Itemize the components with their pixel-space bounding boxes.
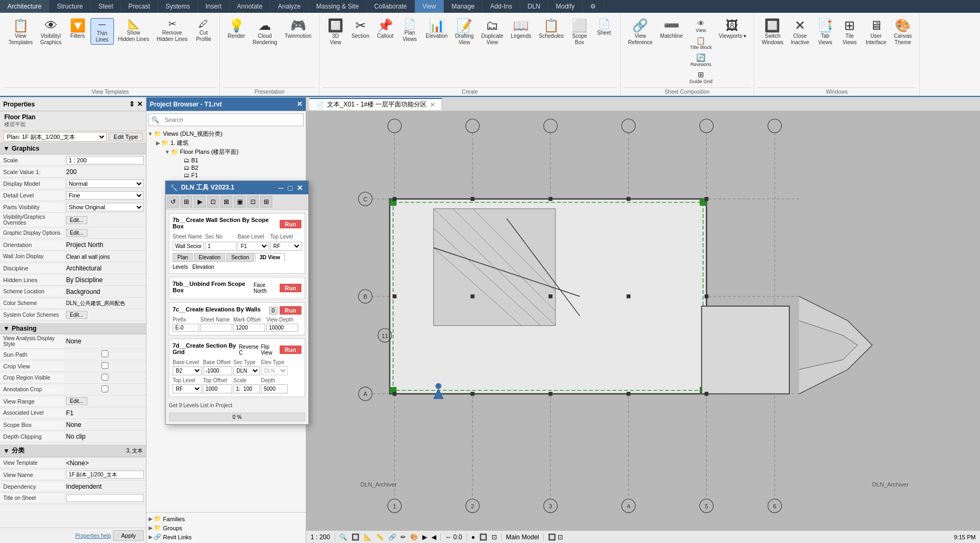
tree-architecture-item[interactable]: ▶ 📁 1. 建筑 bbox=[148, 138, 305, 147]
sheet-name-7c-input[interactable] bbox=[200, 324, 232, 332]
view-name-input[interactable] bbox=[66, 471, 144, 479]
base-offset-input[interactable] bbox=[203, 366, 232, 375]
plan-tab[interactable]: Plan bbox=[173, 253, 193, 262]
title-block-button[interactable]: 📋Title Block bbox=[687, 35, 715, 51]
parts-visibility-select[interactable]: Show Original bbox=[66, 203, 144, 211]
elevation-button[interactable]: 📊 Elevation bbox=[422, 18, 451, 40]
base-level-7d-select[interactable]: B2 bbox=[173, 366, 202, 375]
scale-input[interactable] bbox=[66, 156, 144, 164]
dln-maximize-btn[interactable]: □ bbox=[287, 184, 293, 192]
close-inactive-button[interactable]: ✕ CloseInactive bbox=[788, 18, 812, 47]
browser-close-icon[interactable]: ✕ bbox=[297, 100, 303, 108]
ribbon-tab--[interactable]: ⚙ bbox=[583, 0, 604, 13]
sheet-name-input[interactable] bbox=[173, 242, 204, 251]
annotation-crop-checkbox[interactable] bbox=[66, 385, 144, 392]
dln-tool-grid2[interactable]: ⊞ bbox=[260, 196, 272, 208]
status-icon6[interactable]: ✏ bbox=[401, 533, 406, 541]
revit-links-expand-icon[interactable]: ▶ bbox=[149, 534, 153, 540]
groups-item[interactable]: ▶ 📁 Groups bbox=[149, 524, 304, 532]
tree-floor-plans-item[interactable]: ▼ 📁 Floor Plans (楼层平面) bbox=[148, 147, 305, 157]
tree-root-item[interactable]: ▼ 📁 Views (DLN_视图分类) bbox=[148, 129, 305, 138]
dln-tool-box2[interactable]: ⊠ bbox=[220, 196, 232, 208]
status-worksets-icon2[interactable]: 🔲 bbox=[479, 533, 487, 541]
filters-button[interactable]: 🔽 Filters bbox=[66, 18, 89, 40]
canvas-theme-button[interactable]: 🎨 CanvasTheme bbox=[891, 18, 915, 47]
prefix-input[interactable] bbox=[173, 324, 199, 332]
status-icon3[interactable]: 📐 bbox=[364, 533, 372, 541]
mark-offset-input[interactable] bbox=[233, 324, 265, 332]
arch-expand-icon[interactable]: ▶ bbox=[156, 140, 160, 146]
switch-windows-button[interactable]: 🔲 SwitchWindows bbox=[758, 18, 787, 47]
families-item[interactable]: ▶ 📁 Families bbox=[149, 515, 304, 523]
visibility-graphics-button[interactable]: 👁 Visibility/Graphics bbox=[37, 18, 65, 47]
status-worksets-icon3[interactable]: ⊡ bbox=[492, 533, 497, 541]
properties-help-link[interactable]: Properties help bbox=[75, 533, 111, 539]
dln-tool-refresh[interactable]: ↺ bbox=[167, 196, 179, 208]
status-icon5[interactable]: 🔗 bbox=[388, 533, 396, 541]
system-color-edit-button[interactable]: Edit... bbox=[66, 311, 87, 319]
status-icon9[interactable]: ◀ bbox=[431, 533, 436, 541]
schedules-button[interactable]: 📋 Schedules bbox=[535, 18, 567, 40]
dln-close-btn[interactable]: ✕ bbox=[296, 184, 304, 192]
guide-grid-button[interactable]: ⊞Guide Grid bbox=[687, 69, 715, 85]
display-model-select[interactable]: Normal bbox=[66, 179, 144, 188]
status-icon4[interactable]: 📏 bbox=[376, 533, 384, 541]
tree-b1-item[interactable]: 🗂 B1 bbox=[148, 157, 305, 164]
base-level-select[interactable]: F1 bbox=[238, 242, 269, 251]
thin-lines-button[interactable]: ─ ThinLines bbox=[91, 18, 114, 45]
show-hidden-button[interactable]: 📐 ShowHidden Lines bbox=[115, 18, 152, 44]
ribbon-tab-modify[interactable]: Modify bbox=[549, 0, 583, 13]
dln-tool-grid[interactable]: ⊞ bbox=[181, 196, 192, 208]
run-7b-button[interactable]: Run bbox=[280, 220, 301, 228]
dln-tool-box4[interactable]: ⊡ bbox=[247, 196, 259, 208]
drafting-view-button[interactable]: 📝 DraftingView bbox=[452, 18, 477, 47]
browser-search-input[interactable] bbox=[161, 115, 301, 125]
ribbon-tab-add-ins[interactable]: Add-Ins bbox=[483, 0, 520, 13]
tree-b2-item[interactable]: 🗂 B2 bbox=[148, 164, 305, 171]
vg-overrides-edit-button[interactable]: Edit... bbox=[66, 216, 87, 224]
duplicate-view-button[interactable]: 🗂 DuplicateView bbox=[478, 18, 507, 47]
tab-views-button[interactable]: 📑 TabViews bbox=[813, 18, 837, 47]
view-reference-button[interactable]: 🔗 ViewReference bbox=[625, 18, 656, 47]
status-icon1[interactable]: 🔍 bbox=[339, 533, 347, 541]
render-button[interactable]: 💡 Render bbox=[224, 18, 248, 40]
view-button[interactable]: 👁View bbox=[687, 18, 715, 34]
view-templates-button[interactable]: 📋 View Templates bbox=[5, 18, 36, 47]
top-level-7d-select[interactable]: RF bbox=[173, 384, 202, 393]
run-7c-button[interactable]: Run bbox=[280, 306, 301, 315]
scope-box-button[interactable]: ⬜ ScopeBox bbox=[568, 18, 591, 47]
type-selector[interactable]: Plan: 1F 副本_1/200_文本 bbox=[3, 132, 107, 142]
status-icon8[interactable]: ▶ bbox=[422, 533, 427, 541]
families-expand-icon[interactable]: ▶ bbox=[149, 516, 153, 522]
sec-type-select[interactable]: DLN bbox=[233, 366, 260, 375]
ribbon-tab-systems[interactable]: Systems bbox=[158, 0, 198, 13]
canvas-tab-active[interactable]: 📄 文本_X01 - 1#楼 一层平面功能分区 ✕ bbox=[309, 98, 442, 110]
ribbon-tab-view[interactable]: View bbox=[415, 0, 444, 13]
section-button[interactable]: ✂ Section bbox=[348, 18, 372, 40]
sec-no-input[interactable] bbox=[205, 242, 236, 251]
status-icon7[interactable]: 🎨 bbox=[410, 533, 418, 541]
section-tab[interactable]: Section bbox=[226, 253, 254, 262]
legends-button[interactable]: 📖 Legends bbox=[508, 18, 534, 40]
properties-close-icon[interactable]: ✕ bbox=[137, 100, 143, 108]
top-level-select[interactable]: RF bbox=[270, 242, 301, 251]
view-depth-input[interactable] bbox=[266, 324, 298, 332]
ribbon-tab-massing---site[interactable]: Massing & Site bbox=[309, 0, 367, 13]
run-7bb-button[interactable]: Run bbox=[280, 284, 301, 292]
graphic-display-edit-button[interactable]: Edit... bbox=[66, 229, 87, 237]
depth-7d-input[interactable] bbox=[261, 384, 288, 393]
crop-view-checkbox[interactable] bbox=[66, 362, 144, 369]
ribbon-tab-structure[interactable]: Structure bbox=[50, 0, 91, 13]
ribbon-tab-manage[interactable]: Manage bbox=[444, 0, 483, 13]
top-offset-input[interactable] bbox=[203, 384, 232, 393]
twinmotion-button[interactable]: 🎮 Twinmotion bbox=[281, 18, 315, 40]
properties-resize-icon[interactable]: ⇕ bbox=[129, 100, 135, 108]
dln-tool-box1[interactable]: ⊡ bbox=[207, 196, 219, 208]
3d-view-button[interactable]: 🔲 3DView bbox=[324, 18, 347, 47]
sheet-button[interactable]: 📄 Sheet bbox=[592, 18, 616, 37]
ribbon-tab-collaborate[interactable]: Collaborate bbox=[367, 0, 415, 13]
ribbon-tab-steel[interactable]: Steel bbox=[91, 0, 121, 13]
ribbon-tab-analyze[interactable]: Analyze bbox=[271, 0, 309, 13]
run-7d-button[interactable]: Run bbox=[280, 345, 301, 354]
3d-view-tab[interactable]: 3D View bbox=[255, 253, 285, 262]
